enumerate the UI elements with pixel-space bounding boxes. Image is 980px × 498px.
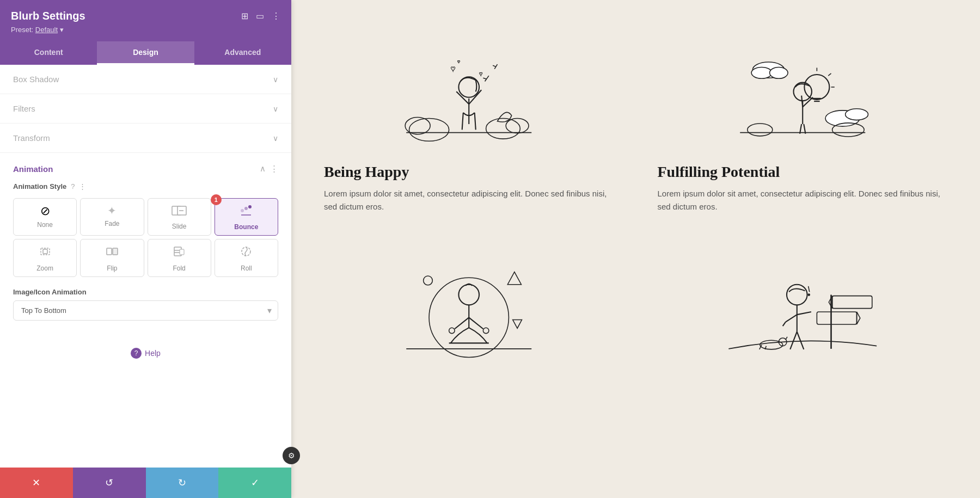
filters-label: Filters	[13, 104, 35, 113]
animation-collapse-icon[interactable]: ∧	[260, 164, 266, 174]
header-icons: ⊞ ▭ ⋮	[241, 11, 280, 21]
none-icon: ⊘	[17, 204, 73, 218]
flip-icon	[84, 245, 140, 261]
blurb-text-2: Lorem ipsum dolor sit amet, consectetur …	[658, 187, 948, 213]
save-button[interactable]: ✓	[218, 468, 291, 498]
preset-label[interactable]: Preset: Default ▾	[11, 26, 280, 34]
redo-button[interactable]: ↻	[146, 468, 219, 498]
animation-style-help-icon[interactable]: ?	[71, 182, 75, 190]
box-shadow-section[interactable]: Box Shadow ∨	[0, 65, 291, 94]
fade-label: Fade	[84, 220, 140, 228]
box-shadow-label: Box Shadow	[13, 75, 59, 84]
anim-zoom[interactable]: Zoom	[13, 239, 77, 276]
svg-text:♥: ♥	[479, 71, 482, 77]
svg-point-78	[759, 340, 782, 349]
svg-rect-9	[107, 248, 112, 255]
svg-text:♥: ♥	[457, 59, 460, 64]
animation-section: Animation ∧ ⋮ Animation Style ? ⋮ ⊘ None…	[0, 153, 291, 331]
roll-icon	[218, 245, 274, 261]
anim-bounce[interactable]: 1 Bounce	[215, 198, 278, 236]
blurb-illustration-1: ♥ ♥ ♥	[324, 22, 614, 152]
svg-point-36	[751, 67, 772, 78]
svg-point-71	[786, 285, 807, 305]
filters-chevron: ∨	[273, 104, 278, 113]
anim-slide[interactable]: Slide	[148, 198, 211, 236]
svg-point-64	[449, 328, 455, 333]
help-row[interactable]: ? Help	[0, 331, 291, 367]
svg-point-57	[424, 276, 433, 285]
slide-label: Slide	[151, 223, 207, 230]
panel-content: Box Shadow ∨ Filters ∨ Transform ∨ Anima…	[0, 65, 291, 468]
image-animation-label: Image/Icon Animation	[13, 288, 278, 296]
transform-chevron: ∨	[273, 134, 278, 143]
tab-content[interactable]: Content	[0, 41, 97, 65]
svg-line-82	[785, 337, 787, 340]
blurb-item-2: Fulfilling Potential Lorem ipsum dolor s…	[658, 22, 948, 213]
animation-more-icon[interactable]: ⋮	[270, 164, 278, 174]
anim-none[interactable]: ⊘ None	[13, 198, 77, 236]
transform-section[interactable]: Transform ∨	[0, 124, 291, 153]
svg-line-63	[469, 317, 483, 329]
zoom-icon	[17, 245, 73, 261]
expand-icon[interactable]: ⊞	[241, 11, 248, 21]
blurb-title-2: Fulfilling Potential	[658, 163, 948, 181]
svg-point-39	[845, 109, 868, 120]
svg-point-3	[241, 209, 244, 212]
fold-icon	[151, 245, 207, 261]
svg-line-22	[462, 113, 463, 130]
image-animation-section: Image/Icon Animation Top To Bottom Botto…	[13, 288, 278, 321]
more-icon[interactable]: ⋮	[272, 11, 280, 21]
anim-fade[interactable]: ✦ Fade	[80, 198, 144, 236]
tab-advanced[interactable]: Advanced	[194, 41, 291, 65]
filters-section[interactable]: Filters ∨	[0, 94, 291, 124]
svg-rect-8	[43, 249, 47, 254]
svg-line-33	[493, 65, 495, 66]
svg-line-44	[801, 96, 803, 107]
none-label: None	[17, 221, 73, 229]
svg-line-31	[483, 78, 486, 79]
image-animation-select[interactable]: Top To Bottom Bottom To Top Left To Righ…	[13, 300, 278, 321]
anim-flip[interactable]: Flip	[80, 239, 144, 276]
animation-style-grid: ⊘ None ✦ Fade Sl	[13, 198, 278, 277]
svg-rect-14	[180, 249, 184, 255]
svg-line-77	[797, 312, 811, 315]
roll-label: Roll	[218, 265, 274, 272]
svg-line-75	[785, 315, 797, 322]
anim-roll[interactable]: Roll	[215, 239, 278, 276]
svg-point-65	[483, 328, 488, 333]
flip-label: Flip	[84, 265, 140, 272]
svg-point-45	[804, 75, 829, 100]
blurb-illustration-4	[658, 235, 948, 366]
anim-fold[interactable]: Fold	[148, 239, 211, 276]
blurb-item-1: ♥ ♥ ♥ Being Happy Lorem ipsum dolor sit …	[324, 22, 614, 213]
bounce-badge: 1	[211, 194, 222, 205]
help-label: Help	[145, 349, 161, 358]
svg-point-59	[458, 285, 479, 305]
footer-bar: ✕ ↺ ↻ ✓	[0, 468, 291, 498]
blurb-item-3	[324, 235, 614, 377]
help-circle-icon: ?	[131, 348, 142, 359]
blurb-title-1: Being Happy	[324, 163, 614, 181]
svg-marker-56	[507, 272, 521, 285]
bounce-label: Bounce	[218, 223, 274, 231]
svg-text:♥: ♥	[451, 64, 456, 73]
zoom-label: Zoom	[17, 265, 73, 272]
animation-header: Animation ∧ ⋮	[13, 164, 278, 174]
svg-point-19	[486, 119, 520, 139]
tab-design[interactable]: Design	[97, 41, 194, 65]
animation-style-dots-icon[interactable]: ⋮	[79, 182, 86, 190]
settings-panel: Blurb Settings ⊞ ▭ ⋮ Preset: Default ▾ C…	[0, 0, 291, 498]
svg-point-37	[769, 67, 787, 78]
undo-button[interactable]: ↺	[73, 468, 146, 498]
blurb-text-1: Lorem ipsum dolor sit amet, consectetur …	[324, 187, 614, 213]
transform-label: Transform	[13, 133, 50, 143]
main-canvas: ♥ ♥ ♥ Being Happy Lorem ipsum dolor sit …	[291, 0, 980, 498]
fade-icon: ✦	[84, 204, 140, 217]
window-icon[interactable]: ▭	[256, 11, 264, 21]
svg-line-24	[456, 91, 469, 104]
svg-point-5	[248, 205, 252, 208]
svg-line-23	[475, 113, 476, 130]
floating-settings-icon[interactable]: ⚙	[283, 447, 300, 464]
cancel-button[interactable]: ✕	[0, 468, 73, 498]
animation-header-controls: ∧ ⋮	[260, 164, 278, 174]
